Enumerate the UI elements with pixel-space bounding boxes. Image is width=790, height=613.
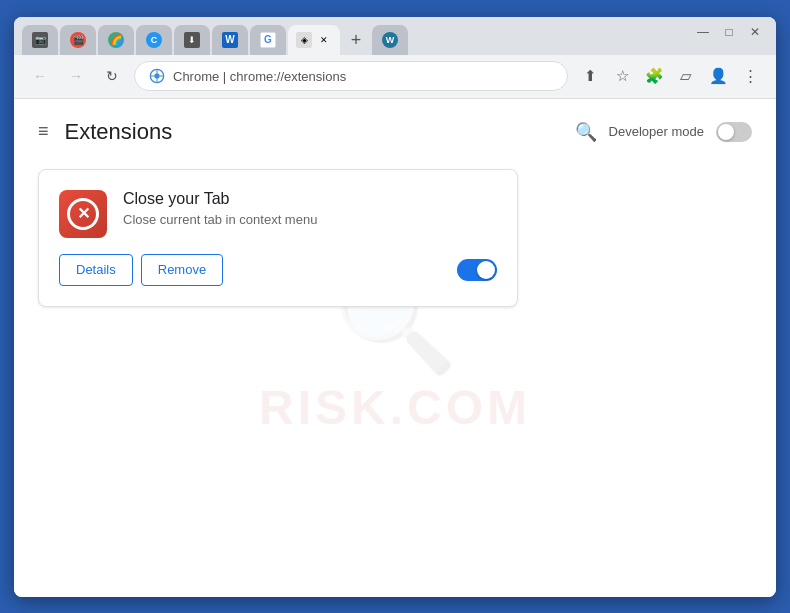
browser-tab-7[interactable]: G	[250, 25, 286, 55]
tab-favicon-7: G	[260, 32, 276, 48]
tab-favicon-8: ◈	[296, 32, 312, 48]
browser-window: ⌄ 📷 🎬 🌈 C ⬇ W	[14, 17, 776, 597]
tab-favicon-2: 🎬	[70, 32, 86, 48]
browser-tab-2[interactable]: 🎬	[60, 25, 96, 55]
tab-favicon-6: W	[222, 32, 238, 48]
tab-list: 📷 🎬 🌈 C ⬇ W G	[22, 25, 768, 55]
extensions-page: 🔍 RISK.COM ≡ Extensions 🔍 Developer mode	[14, 99, 776, 597]
details-button[interactable]: Details	[59, 254, 133, 286]
chrome-favicon	[149, 68, 165, 84]
page-content: 🔍 RISK.COM ≡ Extensions 🔍 Developer mode	[14, 99, 776, 597]
tab-favicon-4: C	[146, 32, 162, 48]
svg-point-1	[154, 73, 159, 78]
browser-tab-1[interactable]: 📷	[22, 25, 58, 55]
sidebar-button[interactable]: ▱	[672, 62, 700, 90]
developer-mode-label: Developer mode	[609, 124, 704, 139]
search-icon[interactable]: 🔍	[575, 121, 597, 143]
extension-icon-x: ✕	[67, 198, 99, 230]
tab-favicon-3: 🌈	[108, 32, 124, 48]
tab-close-8[interactable]: ✕	[316, 32, 332, 48]
bookmark-button[interactable]: ☆	[608, 62, 636, 90]
extension-icon: ✕	[59, 190, 107, 238]
forward-button[interactable]: →	[62, 62, 90, 90]
remove-button[interactable]: Remove	[141, 254, 223, 286]
menu-button[interactable]: ⋮	[736, 62, 764, 90]
browser-tab-3[interactable]: 🌈	[98, 25, 134, 55]
ext-header-left: ≡ Extensions	[38, 119, 172, 145]
address-input[interactable]: Chrome | chrome://extensions	[134, 61, 568, 91]
tab-favicon-1: 📷	[32, 32, 48, 48]
ext-header-right: 🔍 Developer mode	[575, 121, 752, 143]
developer-mode-toggle[interactable]	[716, 122, 752, 142]
browser-tab-4[interactable]: C	[136, 25, 172, 55]
address-bar: ← → ↻ Chrome | chrome://extensions ⬆ ☆ 🧩…	[14, 55, 776, 99]
toolbar-right: ⬆ ☆ 🧩 ▱ 👤 ⋮	[576, 62, 764, 90]
address-text: Chrome | chrome://extensions	[173, 69, 346, 84]
hamburger-menu[interactable]: ≡	[38, 121, 49, 142]
reload-button[interactable]: ↻	[98, 62, 126, 90]
card-top: ✕ Close your Tab Close current tab in co…	[59, 190, 497, 238]
extension-info: Close your Tab Close current tab in cont…	[123, 190, 497, 227]
title-bar: ⌄ 📷 🎬 🌈 C ⬇ W	[14, 17, 776, 55]
browser-tab-6[interactable]: W	[212, 25, 248, 55]
tab-favicon-5: ⬇	[184, 32, 200, 48]
window-controls: — □ ✕	[694, 23, 764, 41]
extensions-header: ≡ Extensions 🔍 Developer mode	[38, 119, 752, 145]
profile-button[interactable]: 👤	[704, 62, 732, 90]
extension-name: Close your Tab	[123, 190, 497, 208]
tab-favicon-9: W	[382, 32, 398, 48]
extension-toggle[interactable]	[457, 259, 497, 281]
browser-tab-5[interactable]: ⬇	[174, 25, 210, 55]
card-actions: Details Remove	[59, 254, 497, 286]
back-button[interactable]: ←	[26, 62, 54, 90]
extensions-button[interactable]: 🧩	[640, 62, 668, 90]
extension-description: Close current tab in context menu	[123, 212, 497, 227]
browser-tab-8[interactable]: ◈ ✕	[288, 25, 340, 55]
card-buttons: Details Remove	[59, 254, 223, 286]
new-tab-button[interactable]: +	[342, 27, 370, 55]
watermark-text: RISK.COM	[259, 379, 531, 434]
close-button[interactable]: ✕	[746, 23, 764, 41]
browser-tab-9[interactable]: W	[372, 25, 408, 55]
share-button[interactable]: ⬆	[576, 62, 604, 90]
maximize-button[interactable]: □	[720, 23, 738, 41]
page-title: Extensions	[65, 119, 173, 145]
minimize-button[interactable]: —	[694, 23, 712, 41]
extension-card: ✕ Close your Tab Close current tab in co…	[38, 169, 518, 307]
